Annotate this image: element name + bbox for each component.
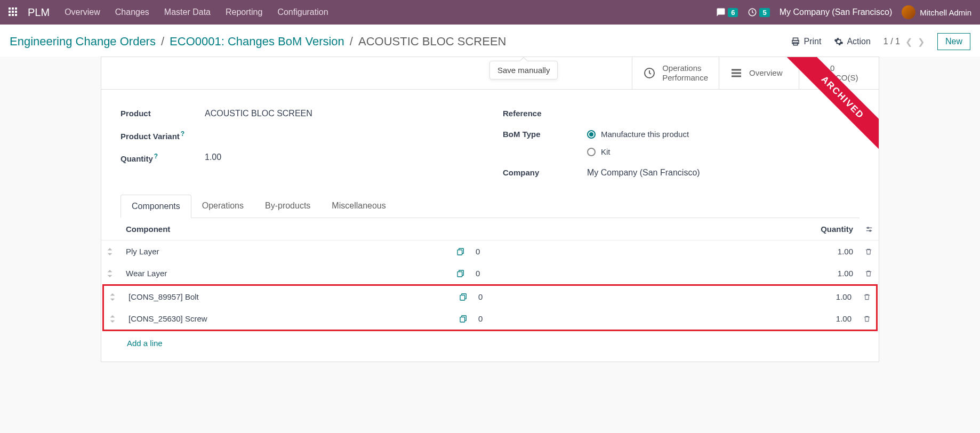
nav-reporting[interactable]: Reporting — [226, 7, 262, 17]
highlighted-rows: [CONS_89957] Bolt 0 1.00 — [102, 284, 878, 331]
table-row[interactable]: [CONS_89957] Bolt 0 1.00 — [104, 286, 876, 308]
row-quantity[interactable]: 1.00 — [790, 262, 859, 284]
svg-point-8 — [812, 68, 817, 73]
breadcrumb-current: ACOUSTIC BLOC SCREEN — [358, 35, 507, 49]
catalog-qty: 0 — [473, 308, 793, 330]
add-line-button[interactable]: Add a line — [101, 331, 879, 355]
tabs: Components Operations By-products Miscel… — [121, 195, 859, 218]
breadcrumb: Engineering Change Orders / ECO0001: Cha… — [10, 35, 506, 49]
table-row[interactable]: Ply Layer 0 1.00 — [101, 240, 879, 263]
nav-items: Overview Changes Master Data Reporting C… — [65, 7, 328, 17]
clock-icon — [643, 67, 656, 79]
svg-marker-27 — [110, 320, 115, 322]
table-row[interactable]: [CONS_25630] Screw 0 1.00 — [104, 308, 876, 330]
print-icon — [791, 37, 800, 46]
col-component: Component — [121, 218, 451, 240]
row-quantity[interactable]: 1.00 — [793, 308, 858, 330]
table-row[interactable]: Wear Layer 0 1.00 — [101, 262, 879, 284]
gears-icon — [810, 66, 824, 80]
quantity-label: Quantity? — [121, 153, 205, 163]
svg-marker-18 — [108, 270, 113, 272]
component-name[interactable]: [CONS_89957] Bolt — [123, 286, 454, 308]
bom-type-kit[interactable]: Kit — [587, 147, 689, 156]
help-icon[interactable]: ? — [154, 153, 158, 160]
product-label: Product — [121, 109, 205, 118]
overview-button[interactable]: Overview — [719, 57, 799, 89]
bom-type-manufacture[interactable]: Manufacture this product — [587, 130, 689, 139]
clock-icon — [748, 7, 757, 17]
ecos-button[interactable]: 0 ECO(S) — [799, 57, 879, 89]
catalog-qty: 0 — [473, 286, 793, 308]
radio-unchecked-icon — [587, 148, 596, 156]
apps-menu-icon[interactable] — [9, 7, 18, 17]
form-sheet: ARCHIVED Operations Performance Overview… — [101, 57, 879, 362]
catalog-icon[interactable] — [456, 269, 465, 278]
tab-components[interactable]: Components — [121, 195, 191, 218]
action-button[interactable]: Action — [834, 37, 870, 46]
svg-marker-15 — [108, 253, 113, 255]
bom-type-label: BoM Type — [503, 130, 587, 139]
svg-rect-29 — [460, 317, 465, 322]
trash-icon[interactable] — [865, 269, 873, 278]
component-name[interactable]: Ply Layer — [121, 240, 451, 263]
avatar — [902, 5, 915, 19]
catalog-icon[interactable] — [459, 293, 468, 301]
nav-master-data[interactable]: Master Data — [164, 7, 211, 17]
trash-icon[interactable] — [863, 315, 871, 323]
list-icon — [730, 67, 743, 79]
print-button[interactable]: Print — [791, 37, 821, 46]
component-name[interactable]: Wear Layer — [121, 262, 451, 284]
tab-miscellaneous[interactable]: Miscellaneous — [321, 195, 396, 218]
nav-changes[interactable]: Changes — [115, 7, 149, 17]
tab-by-products[interactable]: By-products — [254, 195, 321, 218]
svg-point-9 — [817, 72, 823, 78]
top-nav: PLM Overview Changes Master Data Reporti… — [0, 0, 980, 25]
company-value[interactable]: My Company (San Francisco) — [587, 168, 700, 178]
activities-count: 5 — [759, 8, 769, 17]
user-name: Mitchell Admin — [920, 8, 971, 17]
row-quantity[interactable]: 1.00 — [790, 240, 859, 263]
catalog-qty: 0 — [470, 262, 790, 284]
new-button[interactable]: New — [937, 33, 970, 50]
catalog-qty: 0 — [470, 240, 790, 263]
brand[interactable]: PLM — [28, 6, 50, 19]
drag-handle-icon[interactable] — [101, 262, 121, 284]
pager-prev[interactable]: ❮ — [905, 37, 912, 47]
drag-handle-icon[interactable] — [104, 308, 123, 330]
svg-rect-17 — [457, 250, 462, 254]
catalog-icon[interactable] — [456, 247, 465, 256]
activities-button[interactable]: 5 — [748, 7, 769, 17]
drag-handle-icon[interactable] — [104, 286, 123, 308]
row-quantity[interactable]: 1.00 — [793, 286, 858, 308]
nav-configuration[interactable]: Configuration — [277, 7, 328, 17]
nav-overview[interactable]: Overview — [65, 7, 100, 17]
breadcrumb-bar: Engineering Change Orders / ECO0001: Cha… — [0, 25, 980, 57]
svg-point-11 — [867, 227, 869, 229]
pager-next[interactable]: ❯ — [918, 37, 925, 47]
user-menu[interactable]: Mitchell Admin — [902, 5, 971, 19]
component-name[interactable]: [CONS_25630] Screw — [123, 308, 454, 330]
help-icon[interactable]: ? — [181, 130, 184, 138]
pager: 1 / 1 ❮ ❯ — [883, 37, 925, 47]
svg-marker-22 — [110, 293, 115, 295]
pager-text: 1 / 1 — [883, 37, 900, 46]
breadcrumb-eco[interactable]: ECO0001: Changes BoM Version — [170, 35, 344, 49]
company-selector[interactable]: My Company (San Francisco) — [780, 7, 893, 17]
svg-marker-19 — [108, 275, 113, 277]
breadcrumb-root[interactable]: Engineering Change Orders — [10, 35, 156, 49]
svg-rect-25 — [460, 295, 465, 300]
reference-label: Reference — [503, 109, 587, 118]
col-quantity: Quantity — [790, 218, 859, 240]
drag-handle-icon[interactable] — [101, 240, 121, 263]
breadcrumb-sep: / — [161, 35, 164, 49]
trash-icon[interactable] — [863, 293, 871, 301]
trash-icon[interactable] — [865, 247, 873, 256]
options-icon[interactable] — [865, 225, 873, 234]
quantity-value[interactable]: 1.00 — [205, 153, 221, 162]
product-value[interactable]: ACOUSTIC BLOC SCREEN — [205, 109, 312, 118]
tab-operations[interactable]: Operations — [191, 195, 254, 218]
messages-button[interactable]: 6 — [716, 7, 738, 17]
components-table: Component Quantity Ply Layer — [101, 218, 879, 284]
operations-performance-button[interactable]: Operations Performance — [632, 57, 719, 89]
catalog-icon[interactable] — [459, 315, 468, 323]
